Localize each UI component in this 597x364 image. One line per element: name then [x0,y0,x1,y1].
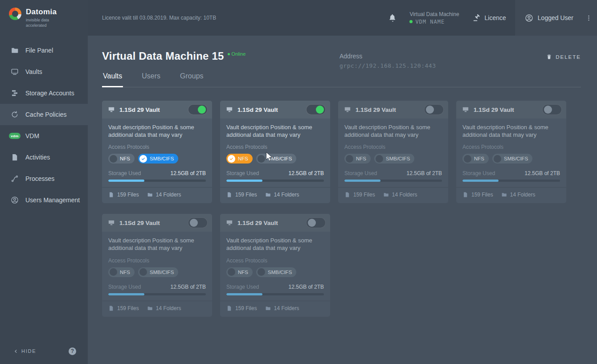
vault-name: 1.1Sd 29 Vault [356,106,396,113]
storage-progress-fill [108,180,144,182]
tab-label: Vaults [103,72,122,80]
sidebar-item-vdm[interactable]: vdm VDM [0,125,88,147]
folder-icon [147,305,153,311]
protocol-pill-smb[interactable]: SMB/CIFS [256,267,296,277]
sidebar-item-processes[interactable]: Processes [0,168,88,189]
protocol-check-icon [258,268,265,276]
storage-value: 12.5GB of 2TB [525,170,560,176]
vault-enabled-toggle[interactable] [188,217,208,228]
storage-used-label: Storage Used [108,284,141,290]
protocol-pill-nfs[interactable]: NFS [462,154,489,164]
vault-monitor-icon [226,106,233,113]
delete-button[interactable]: DELETE [546,53,581,60]
protocol-pill-nfs[interactable]: NFS [108,267,135,277]
protocol-pill-nfs[interactable]: NFS [226,154,253,164]
protocol-check-icon [110,155,117,163]
vault-card-header: 1.1Sd 29 Vault [102,101,212,119]
storage-progress-fill [462,180,499,182]
protocol-pill-nfs[interactable]: NFS [108,154,135,164]
storage-progress-bar [108,180,206,182]
protocol-pill-smb[interactable]: SMB/CIFS [374,154,414,164]
protocol-pill-nfs[interactable]: NFS [226,267,253,277]
vault-card-footer: 159 Files 14 Folders [456,187,566,203]
protocol-check-icon [494,155,501,163]
storage-value: 12.5GB of 2TB [171,170,206,176]
files-count: 159 Files [344,192,375,198]
sidebar-item-vaults[interactable]: Vaults [0,61,88,82]
vault-name: 1.1Sd 29 Vault [237,106,278,113]
storage-used-label: Storage Used [226,170,259,176]
storage-progress-bar [462,180,560,182]
folders-count: 14 Folders [383,192,417,198]
notifications-bell-icon[interactable] [388,14,397,22]
page-title: Virtual Data Machine 15 [102,50,224,62]
vault-card-3: 1.1Sd 29 Vault Vault description Positio… [338,101,448,203]
toggle-knob [190,219,198,227]
storage-progress-fill [108,293,144,295]
vault-grid: 1.1Sd 29 Vault Vault description Positio… [102,101,581,317]
vault-card-2: 1.1Sd 29 Vault Vault description Positio… [220,101,330,203]
files-count: 159 Files [226,192,257,198]
vault-enabled-toggle[interactable] [188,104,208,115]
protocol-pill-smb[interactable]: SMB/CIFS [256,154,296,164]
folder-icon [383,192,389,198]
vault-card-5: 1.1Sd 29 Vault Vault description Positio… [102,214,212,316]
sidebar-item-label: Activities [25,154,50,161]
folder-icon [147,192,153,198]
tab-groups[interactable]: Groups [179,72,204,87]
storage-icon [11,89,19,97]
vault-enabled-toggle[interactable] [306,104,326,115]
vault-monitor-icon [108,106,115,113]
hide-sidebar-button[interactable]: HIDE [13,348,36,354]
kebab-menu-icon[interactable] [585,14,593,22]
tab-users[interactable]: Users [141,72,161,87]
sidebar-item-storage-accounts[interactable]: Storage Accounts [0,82,88,104]
licence-label: Licence [485,14,506,21]
logged-user-section[interactable]: Logged User [515,0,597,36]
vault-enabled-toggle[interactable] [542,104,562,115]
vault-monitor-icon [226,219,233,226]
protocol-label: NFS [120,270,130,275]
sidebar-item-cache-policies[interactable]: Cache Policies [0,104,88,125]
vault-monitor-icon [344,106,351,113]
file-icon [462,192,468,198]
access-protocols-label: Access Protocols [344,144,442,150]
sidebar-item-label: Storage Accounts [25,90,74,97]
vdm-selector-label: Virtual Data Machine [409,11,459,17]
vault-enabled-toggle[interactable] [424,104,444,115]
protocol-pill-smb[interactable]: SMB/CIFS [138,154,178,164]
protocol-label: NFS [474,156,484,161]
help-icon[interactable]: ? [69,348,76,355]
file-icon [344,192,350,198]
protocol-label: SMB/CIFS [504,156,528,161]
sidebar-item-file-panel[interactable]: File Panel [0,40,88,61]
folders-count: 14 Folders [501,192,536,198]
protocol-check-icon [346,155,353,163]
folders-count: 14 Folders [147,192,181,198]
vault-card-6: 1.1Sd 29 Vault Vault description Positio… [220,214,330,316]
storage-progress-fill [226,293,262,295]
vault-description: Vault description Position & some additi… [108,123,206,139]
vault-enabled-toggle[interactable] [306,217,326,228]
storage-progress-bar [344,180,442,182]
vault-icon [11,68,19,76]
protocol-pill-smb[interactable]: SMB/CIFS [492,154,532,164]
sidebar-item-users-management[interactable]: Users Management [0,189,88,211]
protocol-label: SMB/CIFS [268,156,292,161]
protocol-pill-smb[interactable]: SMB/CIFS [138,267,178,277]
vault-description: Vault description Position & some additi… [344,123,442,139]
tab-vaults[interactable]: Vaults [102,72,123,87]
trash-icon [546,53,552,60]
licence-button[interactable]: Licence [473,14,506,22]
files-count: 159 Files [226,305,257,311]
protocol-label: NFS [356,156,366,161]
folder-icon [501,192,507,198]
protocol-label: SMB/CIFS [386,156,410,161]
protocol-label: NFS [238,156,248,161]
vdm-selector[interactable]: Virtual Data Machine VDM NAME [409,11,459,25]
vault-description: Vault description Position & some additi… [108,237,206,252]
sidebar-item-activities[interactable]: Activities [0,147,88,168]
toggle-knob [544,106,552,114]
protocol-pill-nfs[interactable]: NFS [344,154,371,164]
storage-progress-bar [226,293,324,295]
